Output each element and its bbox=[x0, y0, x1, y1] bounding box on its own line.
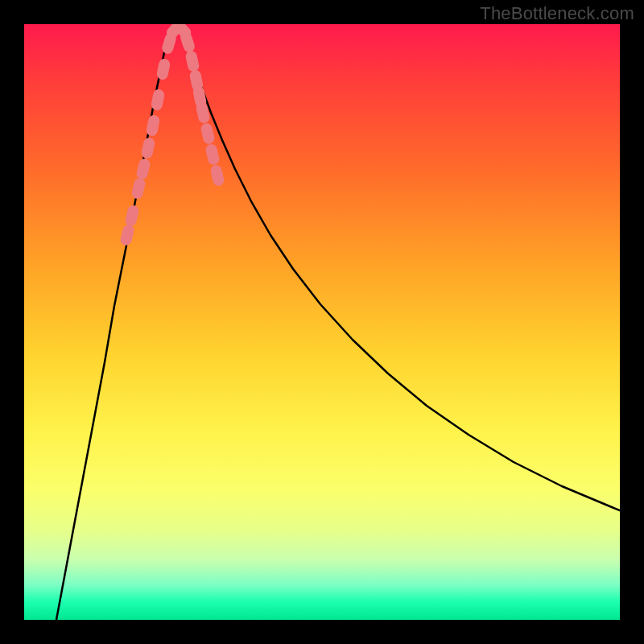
data-marker bbox=[156, 58, 171, 80]
data-marker bbox=[140, 137, 155, 159]
data-marker bbox=[119, 224, 135, 247]
data-marker bbox=[124, 204, 140, 228]
chart-frame: TheBottleneck.com bbox=[0, 0, 644, 644]
watermark-text: TheBottleneck.com bbox=[480, 3, 634, 24]
data-marker bbox=[209, 164, 225, 187]
data-marker bbox=[135, 158, 151, 181]
chart-plot-area bbox=[24, 24, 620, 620]
data-marker bbox=[151, 89, 166, 111]
data-marker bbox=[204, 143, 220, 166]
data-marker bbox=[184, 50, 200, 72]
data-marker bbox=[146, 114, 161, 137]
chart-curve bbox=[182, 27, 620, 510]
data-marker bbox=[130, 177, 147, 200]
data-marker bbox=[200, 122, 215, 145]
chart-svg bbox=[24, 24, 620, 620]
